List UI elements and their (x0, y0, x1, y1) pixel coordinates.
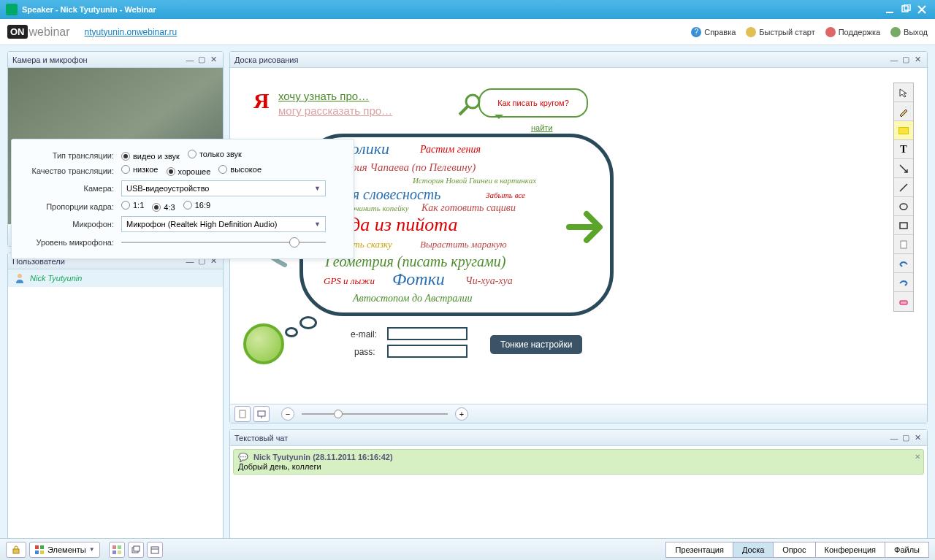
pass-input[interactable] (387, 345, 468, 358)
arrow-tool-icon[interactable] (894, 159, 913, 178)
header-bar: ON webinar ntyutyunin.onwebinar.ru ?Спра… (0, 19, 935, 45)
tag[interactable]: Растим гения (420, 144, 481, 156)
panel-maximize-icon[interactable]: ▢ (901, 55, 911, 65)
room-url[interactable]: ntyutyunin.onwebinar.ru (85, 27, 178, 37)
can-link[interactable]: могу рассказать про… (278, 104, 392, 117)
radio-quality-low[interactable]: низкое (121, 165, 158, 174)
windows-icon[interactable] (128, 542, 144, 558)
camera-title-text: Камера и микрофон (12, 55, 88, 64)
radio-aspect-11[interactable]: 1:1 (121, 201, 144, 210)
thought-dot (299, 316, 317, 329)
ellipse-tool-icon[interactable] (894, 197, 913, 216)
pointer-tool-icon[interactable] (894, 83, 913, 102)
svg-line-9 (459, 107, 468, 115)
camera-label: Камера: (19, 180, 121, 196)
redo-icon[interactable] (894, 273, 913, 292)
highlighter-tool-icon[interactable] (894, 121, 913, 140)
radio-audio-only[interactable]: только звук (188, 150, 242, 158)
email-label: e-mail: (351, 329, 377, 340)
app-icon (6, 4, 18, 15)
minimize-button[interactable] (882, 2, 897, 17)
svg-rect-19 (13, 549, 19, 553)
tag[interactable]: Забыть все (486, 191, 525, 199)
drawing-toolbox: T (893, 83, 914, 312)
user-row[interactable]: Nick Tyutyunin (8, 269, 223, 287)
line-tool-icon[interactable] (894, 178, 913, 197)
radio-aspect-169[interactable]: 16:9 (183, 201, 210, 210)
camera-select[interactable]: USB-видеоустройство▼ (121, 180, 326, 196)
help-button[interactable]: ?Справка (691, 27, 736, 37)
fine-settings-button[interactable]: Тонкие настройки (490, 335, 582, 354)
right-arrow-icon (566, 207, 607, 248)
tab-poll[interactable]: Опрос (773, 542, 815, 558)
svg-rect-20 (35, 545, 39, 549)
elements-label: Элементы (47, 545, 86, 554)
quality-label: Качество трансляции: (19, 165, 121, 176)
zoom-in-icon[interactable]: + (455, 407, 468, 421)
maximize-button[interactable] (898, 2, 913, 17)
panel-maximize-icon[interactable]: ▢ (196, 55, 207, 65)
quickstart-button[interactable]: Быстрый старт (746, 27, 814, 37)
camera-panel-title: Камера и микрофон — ▢ ✕ (8, 52, 223, 68)
radio-quality-high[interactable]: высокое (218, 165, 262, 174)
board-footer: − + (230, 404, 927, 423)
tag[interactable]: Как готовить сациви (421, 202, 516, 214)
tag[interactable]: Автостопом до Австралии (353, 293, 472, 304)
panel-close-icon[interactable]: ✕ (912, 433, 923, 443)
lock-icon[interactable] (6, 542, 26, 558)
pass-label: pass: (354, 347, 375, 357)
board-panel-title: Доска рисования — ▢ ✕ (230, 52, 927, 68)
tag[interactable]: GPS и лыжи (324, 275, 375, 287)
message-close-icon[interactable]: ✕ (915, 453, 920, 461)
calendar-icon[interactable] (147, 542, 163, 558)
chevron-down-icon: ▼ (314, 220, 321, 228)
tab-files[interactable]: Файлы (885, 542, 929, 558)
zoom-slider[interactable] (302, 410, 448, 418)
svg-line-10 (900, 184, 907, 191)
close-button[interactable] (915, 2, 929, 17)
presentation-mode-icon[interactable] (253, 406, 270, 422)
radio-quality-medium[interactable]: хорошее (167, 167, 211, 176)
support-button[interactable]: Поддержка (825, 27, 880, 37)
zoom-out-icon[interactable]: − (281, 407, 294, 421)
tag[interactable]: Фотки (392, 269, 445, 289)
panel-maximize-icon[interactable]: ▢ (901, 433, 911, 443)
tag[interactable]: Чи-хуа-хуа (465, 275, 513, 287)
tag[interactable]: История Новой Гвинеи в картинках (413, 176, 536, 185)
clear-page-icon[interactable] (894, 235, 913, 254)
pencil-tool-icon[interactable] (894, 102, 913, 121)
panel-close-icon[interactable]: ✕ (912, 55, 923, 65)
text-tool-icon[interactable]: T (894, 140, 913, 159)
svg-rect-24 (112, 545, 116, 549)
radio-aspect-43[interactable]: 4:3 (152, 203, 175, 212)
tab-conference[interactable]: Конференция (815, 542, 885, 558)
rectangle-tool-icon[interactable] (894, 216, 913, 235)
new-page-icon[interactable] (234, 406, 251, 422)
grid-icon[interactable] (109, 542, 125, 558)
tag[interactable]: Вырастить маракую (420, 239, 507, 250)
undo-icon[interactable] (894, 254, 913, 273)
svg-rect-29 (134, 546, 140, 551)
logout-label: Выход (904, 28, 928, 37)
chat-message: 💬 Nick Tyutyunin (28.11.2011 16:16:42) ✕… (233, 449, 924, 475)
find-link[interactable]: найти (531, 123, 553, 132)
radio-video-audio[interactable]: видео и звук (121, 152, 180, 161)
tag[interactable]: Починить копейку (346, 204, 409, 212)
broadcast-settings-popup: Тип трансляции: видео и звук только звук… (11, 139, 354, 259)
panel-minimize-icon[interactable]: — (889, 433, 899, 443)
eraser-tool-icon[interactable] (894, 292, 913, 311)
email-input[interactable] (387, 327, 468, 340)
tab-board[interactable]: Доска (733, 542, 774, 558)
mic-select[interactable]: Микрофон (Realtek High Definition Audio)… (121, 216, 326, 232)
panel-minimize-icon[interactable]: — (185, 55, 195, 65)
svg-rect-1 (902, 6, 908, 12)
panel-close-icon[interactable]: ✕ (208, 55, 218, 65)
svg-point-8 (466, 95, 479, 108)
shapes-icon (34, 545, 45, 555)
mic-level-slider[interactable] (121, 237, 326, 248)
elements-button[interactable]: Элементы ▼ (29, 542, 100, 558)
logout-button[interactable]: Выход (890, 27, 928, 37)
panel-minimize-icon[interactable]: — (889, 55, 899, 65)
tab-presentation[interactable]: Презентация (665, 542, 733, 558)
want-link[interactable]: хочу узнать про… (278, 90, 369, 102)
